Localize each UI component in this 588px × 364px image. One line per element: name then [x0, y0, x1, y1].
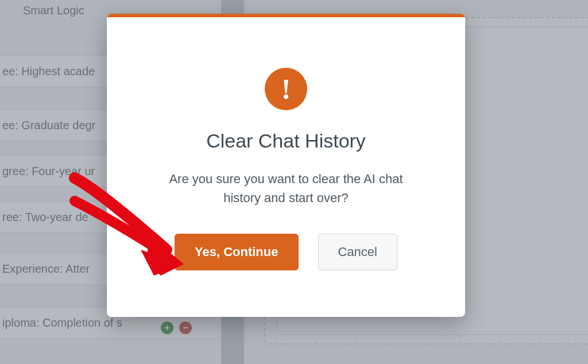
warning-icon: ! [265, 68, 307, 110]
modal-accent-bar [107, 14, 465, 17]
clear-chat-history-modal: ! Clear Chat History Are you sure you wa… [107, 14, 465, 317]
modal-title: Clear Chat History [206, 130, 366, 152]
modal-button-row: Yes, Continue Cancel [175, 234, 397, 270]
exclamation-glyph: ! [281, 75, 291, 103]
modal-message: Are you sure you want to clear the AI ch… [154, 169, 418, 207]
cancel-button[interactable]: Cancel [318, 234, 397, 270]
yes-continue-button[interactable]: Yes, Continue [175, 234, 298, 270]
